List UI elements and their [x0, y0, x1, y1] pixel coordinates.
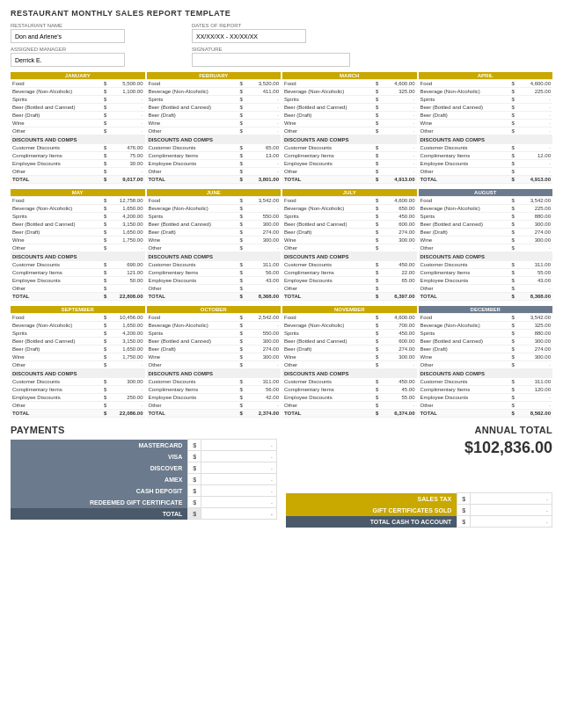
- row-label: Beer (Bottled and Canned): [147, 221, 234, 229]
- row-value: 300.00: [380, 237, 416, 244]
- manager-input[interactable]: [11, 53, 125, 67]
- row-label: Food: [147, 80, 234, 88]
- row-value: 3,150.00: [108, 221, 144, 229]
- total-row: TOTAL$4,913.00: [282, 176, 417, 184]
- table-row: Other$-: [11, 402, 145, 410]
- annual-item-label: SALES TAX: [286, 493, 457, 505]
- currency-sign: $: [98, 213, 108, 221]
- restaurant-name-input[interactable]: [11, 29, 125, 43]
- table-row: Customer Discounts$-: [419, 144, 553, 152]
- table-row: Other$-: [282, 244, 417, 252]
- currency-sign: $: [234, 213, 245, 221]
- row-label: Other: [282, 402, 369, 410]
- table-row: Beer (Draft)$-: [11, 112, 145, 120]
- row-value: 274.00: [380, 229, 416, 237]
- row-value: -: [516, 144, 552, 152]
- row-label: Other: [11, 244, 98, 252]
- table-row: Beer (Bottled and Canned)$-: [147, 104, 282, 112]
- currency-sign: $: [506, 378, 516, 386]
- currency-sign: $: [506, 205, 516, 213]
- total-value: 8,368.00: [245, 293, 281, 301]
- discounts-section-header: DISCOUNTS AND COMPS: [282, 369, 417, 378]
- row-label: Other: [11, 285, 98, 293]
- row-label: Beer (Draft): [282, 112, 369, 120]
- month-header: NOVEMBER: [282, 306, 417, 314]
- currency-sign: $: [506, 386, 516, 394]
- payment-value: -: [201, 497, 277, 508]
- row-label: Spirits: [11, 213, 98, 221]
- total-sign: $: [234, 176, 245, 184]
- row-value: 4,600.00: [516, 80, 552, 88]
- currency-sign: $: [234, 112, 245, 120]
- currency-sign: $: [98, 394, 108, 402]
- total-sign: $: [234, 293, 245, 301]
- table-row: Complimentary Items$12.00: [419, 152, 553, 160]
- discounts-section-header: DISCOUNTS AND COMPS: [11, 369, 145, 378]
- row-value: -: [108, 402, 144, 410]
- currency-sign: $: [98, 346, 108, 353]
- total-value: 8,562.00: [516, 410, 552, 418]
- currency-sign: $: [234, 120, 245, 127]
- row-label: Customer Discounts: [419, 378, 506, 386]
- payment-sign: $: [188, 497, 201, 508]
- row-label: Beer (Bottled and Canned): [11, 104, 98, 112]
- currency-sign: $: [98, 314, 108, 322]
- currency-sign: $: [234, 168, 245, 176]
- row-label: Other: [147, 127, 234, 135]
- row-label: Wine: [419, 237, 506, 244]
- signature-input[interactable]: [192, 53, 350, 67]
- row-label: Employee Discounts: [282, 394, 369, 402]
- row-label: Food: [11, 197, 98, 205]
- currency-sign: $: [506, 88, 516, 96]
- row-value: -: [245, 120, 281, 127]
- currency-sign: $: [98, 197, 108, 205]
- row-value: 1,650.00: [108, 322, 144, 330]
- currency-sign: $: [506, 277, 516, 285]
- discounts-header-row: DISCOUNTS AND COMPS: [11, 369, 145, 378]
- total-row: TOTAL$22,808.00: [11, 293, 145, 301]
- table-row: Beverage (Non-Alcoholic)$1,100.00: [11, 88, 145, 96]
- row-label: Food: [11, 314, 98, 322]
- discounts-header-row: DISCOUNTS AND COMPS: [147, 252, 282, 261]
- currency-sign: $: [234, 386, 245, 394]
- table-row: Beer (Bottled and Canned)$300.00: [147, 338, 282, 346]
- row-value: 1,750.00: [108, 237, 144, 244]
- row-label: Spirits: [419, 96, 506, 104]
- row-label: Beer (Draft): [147, 229, 234, 237]
- table-row: Beer (Bottled and Canned)$300.00: [419, 338, 553, 346]
- currency-sign: $: [369, 361, 380, 369]
- row-value: -: [245, 104, 281, 112]
- total-row: TOTAL$9,017.00: [11, 176, 145, 184]
- row-label: Complimentary Items: [11, 152, 98, 160]
- table-row: Beer (Draft)$1,650.00: [11, 229, 145, 237]
- payment-total-sign: $: [188, 508, 201, 520]
- row-value: 450.00: [380, 330, 416, 338]
- currency-sign: $: [98, 112, 108, 120]
- table-row: Food$3,542.00: [147, 197, 282, 205]
- row-value: -: [380, 361, 416, 369]
- row-value: -: [245, 96, 281, 104]
- row-label: Beer (Bottled and Canned): [282, 221, 369, 229]
- row-value: -: [245, 244, 281, 252]
- row-value: -: [516, 112, 552, 120]
- dates-input[interactable]: [192, 29, 306, 43]
- row-label: Spirits: [419, 330, 506, 338]
- currency-sign: $: [98, 80, 108, 88]
- row-label: Complimentary Items: [419, 152, 506, 160]
- table-row: Beer (Bottled and Canned)$300.00: [147, 221, 282, 229]
- row-label: Other: [11, 402, 98, 410]
- annual-item-label: GIFT CERTIFICATES SOLD: [286, 505, 457, 516]
- currency-sign: $: [506, 269, 516, 277]
- currency-sign: $: [98, 361, 108, 369]
- row-value: -: [380, 96, 416, 104]
- row-label: Spirits: [419, 213, 506, 221]
- row-value: -: [108, 112, 144, 120]
- row-value: 300.00: [108, 378, 144, 386]
- row-label: Beverage (Non-Alcoholic): [282, 205, 369, 213]
- table-row: Beer (Bottled and Canned)$600.00: [282, 338, 417, 346]
- row-label: Complimentary Items: [419, 386, 506, 394]
- row-label: Other: [419, 244, 506, 252]
- row-label: Employee Discounts: [11, 160, 98, 168]
- table-row: Spirits$450.00: [282, 330, 417, 338]
- table-row: Other$-: [11, 127, 145, 135]
